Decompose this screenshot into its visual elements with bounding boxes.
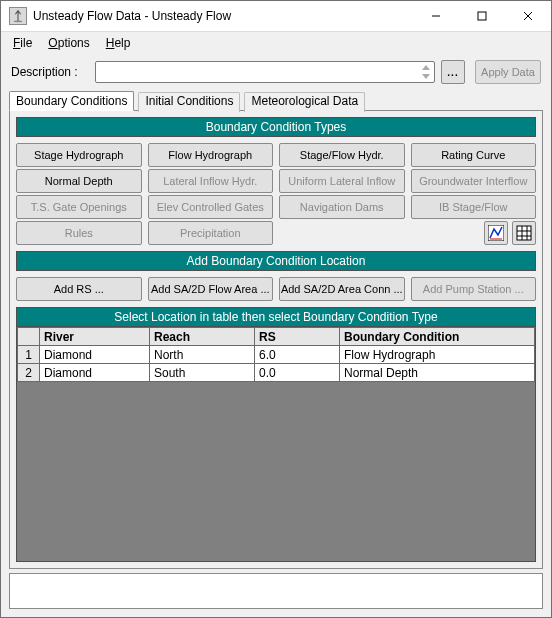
- add-pump-station-button: Add Pump Station ...: [411, 277, 537, 301]
- navigation-dams-button: Navigation Dams: [279, 195, 405, 219]
- svg-point-0: [14, 20, 23, 22]
- stage-flow-hydr-button[interactable]: Stage/Flow Hydr.: [279, 143, 405, 167]
- button-label: Add Pump Station ...: [423, 283, 524, 295]
- button-label: IB Stage/Flow: [439, 201, 507, 213]
- tab-label: Initial Conditions: [145, 94, 233, 108]
- app-icon: [9, 7, 27, 25]
- table-row[interactable]: 2 Diamond South 0.0 Normal Depth: [18, 364, 535, 382]
- ib-stage-flow-button: IB Stage/Flow: [411, 195, 537, 219]
- close-button[interactable]: [505, 1, 551, 31]
- window: Unsteady Flow Data - Unsteady Flow File …: [0, 0, 552, 618]
- uniform-lateral-inflow-button: Uniform Lateral Inflow: [279, 169, 405, 193]
- description-row: Description : ... Apply Data: [1, 56, 551, 90]
- cell-bc[interactable]: Normal Depth: [340, 364, 535, 382]
- cell-rs[interactable]: 6.0: [255, 346, 340, 364]
- button-label: Precipitation: [180, 227, 241, 239]
- precipitation-button: Precipitation: [148, 221, 274, 245]
- cell-bc[interactable]: Flow Hydrograph: [340, 346, 535, 364]
- tab-label: Meteorological Data: [251, 94, 358, 108]
- button-label: Rating Curve: [441, 149, 505, 161]
- description-label: Description :: [11, 65, 89, 79]
- row-number: 1: [18, 346, 40, 364]
- ts-gate-openings-button: T.S. Gate Openings: [16, 195, 142, 219]
- grid-area[interactable]: River Reach RS Boundary Condition 1 Diam…: [16, 327, 536, 562]
- tab-body: Boundary Condition Types Stage Hydrograp…: [9, 110, 543, 569]
- rules-button: Rules: [16, 221, 142, 245]
- table-instruction: Select Location in table then select Bou…: [16, 307, 536, 327]
- table-header-row: River Reach RS Boundary Condition: [18, 328, 535, 346]
- button-label: Stage/Flow Hydr.: [300, 149, 384, 161]
- menu-options[interactable]: Options: [46, 34, 91, 52]
- tab-boundary-conditions[interactable]: Boundary Conditions: [9, 91, 134, 111]
- button-label: T.S. Gate Openings: [31, 201, 127, 213]
- titlebar: Unsteady Flow Data - Unsteady Flow: [1, 1, 551, 32]
- button-label: Flow Hydrograph: [168, 149, 252, 161]
- button-label: Navigation Dams: [300, 201, 384, 213]
- maximize-button[interactable]: [459, 1, 505, 31]
- boundary-table[interactable]: River Reach RS Boundary Condition 1 Diam…: [17, 327, 535, 382]
- tab-label: Boundary Conditions: [16, 94, 127, 108]
- button-label: Lateral Inflow Hydr.: [163, 175, 257, 187]
- tab-meteorological-data[interactable]: Meteorological Data: [244, 92, 365, 112]
- cell-reach[interactable]: South: [150, 364, 255, 382]
- cell-river[interactable]: Diamond: [40, 364, 150, 382]
- loc-header: Add Boundary Condition Location: [16, 251, 536, 271]
- tabstrip: Boundary Conditions Initial Conditions M…: [1, 90, 551, 110]
- chevron-up-icon[interactable]: [419, 63, 433, 72]
- button-label: Add SA/2D Area Conn ...: [281, 283, 403, 295]
- normal-depth-button[interactable]: Normal Depth: [16, 169, 142, 193]
- plot-icon[interactable]: [484, 221, 508, 245]
- window-controls: [413, 1, 551, 31]
- minimize-button[interactable]: [413, 1, 459, 31]
- add-sa2d-area-conn-button[interactable]: Add SA/2D Area Conn ...: [279, 277, 405, 301]
- groundwater-interflow-button: Groundwater Interflow: [411, 169, 537, 193]
- table-icon[interactable]: [512, 221, 536, 245]
- row-number: 2: [18, 364, 40, 382]
- menu-help[interactable]: Help: [104, 34, 133, 52]
- menubar: File Options Help: [1, 32, 551, 56]
- tab-initial-conditions[interactable]: Initial Conditions: [138, 92, 240, 112]
- col-bc-header[interactable]: Boundary Condition: [340, 328, 535, 346]
- flow-hydrograph-button[interactable]: Flow Hydrograph: [148, 143, 274, 167]
- description-spin[interactable]: [419, 63, 433, 81]
- stage-hydrograph-button[interactable]: Stage Hydrograph: [16, 143, 142, 167]
- rating-curve-button[interactable]: Rating Curve: [411, 143, 537, 167]
- apply-data-button[interactable]: Apply Data: [475, 60, 541, 84]
- button-label: Rules: [65, 227, 93, 239]
- button-label: Elev Controlled Gates: [157, 201, 264, 213]
- add-sa2d-flow-area-button[interactable]: Add SA/2D Flow Area ...: [148, 277, 274, 301]
- cell-reach[interactable]: North: [150, 346, 255, 364]
- window-title: Unsteady Flow Data - Unsteady Flow: [33, 9, 413, 23]
- menu-file[interactable]: File: [11, 34, 34, 52]
- status-area: [9, 573, 543, 609]
- button-label: Uniform Lateral Inflow: [288, 175, 395, 187]
- bct-icon-row: [411, 221, 537, 245]
- svg-rect-7: [517, 226, 531, 240]
- bct-button-grid: Stage Hydrograph Flow Hydrograph Stage/F…: [16, 143, 536, 245]
- bct-header: Boundary Condition Types: [16, 117, 536, 137]
- cell-river[interactable]: Diamond: [40, 346, 150, 364]
- table-wrap: Select Location in table then select Bou…: [16, 307, 536, 562]
- loc-button-grid: Add RS ... Add SA/2D Flow Area ... Add S…: [16, 277, 536, 301]
- col-reach-header[interactable]: Reach: [150, 328, 255, 346]
- button-label: Add RS ...: [54, 283, 104, 295]
- lateral-inflow-hydr-button: Lateral Inflow Hydr.: [148, 169, 274, 193]
- elev-controlled-gates-button: Elev Controlled Gates: [148, 195, 274, 219]
- chevron-down-icon[interactable]: [419, 72, 433, 81]
- cell-rs[interactable]: 0.0: [255, 364, 340, 382]
- col-rs-header[interactable]: RS: [255, 328, 340, 346]
- button-label: Normal Depth: [45, 175, 113, 187]
- svg-rect-2: [478, 12, 486, 20]
- table-row[interactable]: 1 Diamond North 6.0 Flow Hydrograph: [18, 346, 535, 364]
- col-river-header[interactable]: River: [40, 328, 150, 346]
- description-input[interactable]: [95, 61, 435, 83]
- corner-header: [18, 328, 40, 346]
- button-label: Stage Hydrograph: [34, 149, 123, 161]
- button-label: Groundwater Interflow: [419, 175, 527, 187]
- button-label: Add SA/2D Flow Area ...: [151, 283, 270, 295]
- browse-button[interactable]: ...: [441, 60, 465, 84]
- add-rs-button[interactable]: Add RS ...: [16, 277, 142, 301]
